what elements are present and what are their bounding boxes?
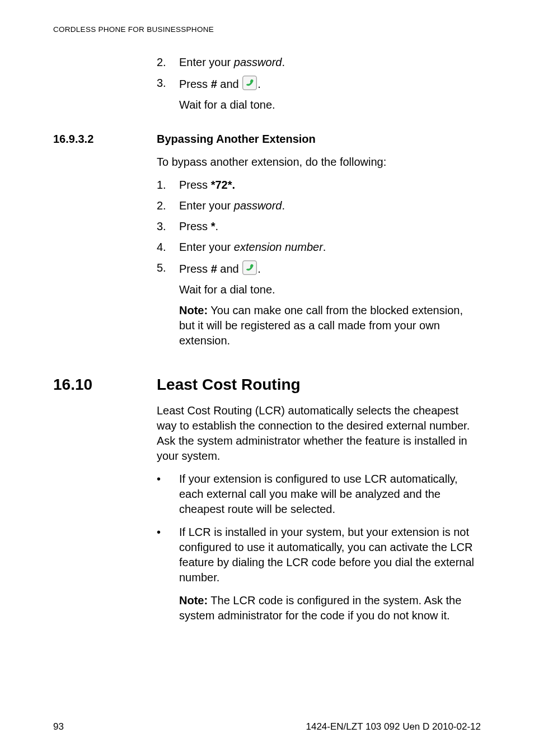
step-body: Enter your password.: [179, 198, 481, 213]
step-item: 3. Press # and . Wait for a dial tone.: [157, 76, 481, 113]
step-item: 4. Enter your extension number.: [157, 240, 481, 255]
step-number: 5.: [157, 260, 179, 276]
top-step-list: 2. Enter your password. 3. Press # and .…: [157, 55, 481, 113]
step-body: Press *.: [179, 219, 481, 234]
running-header-text: CORDLESS PHONE FOR BUSINESSPHONE: [53, 25, 214, 34]
bullet-list: • If your extension is configured to use…: [157, 472, 481, 585]
note-block: Note: You can make one call from the blo…: [179, 303, 481, 348]
section-title: Least Cost Routing: [157, 374, 481, 395]
bullet-text: If LCR is installed in your system, but …: [179, 525, 481, 585]
step-item: 5. Press # and . Wait for a dial tone.: [157, 260, 481, 297]
step-number: 4.: [157, 240, 179, 255]
list-item: • If LCR is installed in your system, bu…: [157, 525, 481, 585]
step-body: Enter your password.: [179, 55, 481, 70]
bullet-marker: •: [157, 472, 179, 517]
phone-icon: [242, 76, 257, 94]
step-number: 1.: [157, 178, 179, 193]
step-item: 2. Enter your password.: [157, 55, 481, 70]
list-item: • If your extension is configured to use…: [157, 472, 481, 517]
step-item: 1. Press *72*.: [157, 178, 481, 193]
note-label: Note:: [179, 594, 208, 606]
page-number: 93: [53, 721, 64, 734]
section-intro: Least Cost Routing (LCR) automatically s…: [157, 403, 481, 464]
note-text: The LCR code is configured in the system…: [179, 594, 461, 622]
step-number: 2.: [157, 55, 179, 70]
step-body: Press # and . Wait for a dial tone.: [179, 76, 481, 113]
step-body: Enter your extension number.: [179, 240, 481, 255]
step-number: 2.: [157, 198, 179, 213]
section-intro: To bypass another extension, do the foll…: [157, 155, 481, 170]
running-header: CORDLESS PHONE FOR BUSINESSPHONE: [53, 25, 481, 35]
step-body: Press *72*.: [179, 178, 481, 193]
note-block: Note: The LCR code is configured in the …: [179, 593, 481, 623]
step-item: 3. Press *.: [157, 219, 481, 234]
section-title: Bypassing Another Extension: [157, 132, 481, 147]
doc-id: 1424-EN/LZT 103 092 Uen D 2010-02-12: [306, 721, 481, 734]
bullet-text: If your extension is configured to use L…: [179, 472, 481, 517]
note-text: You can make one call from the blocked e…: [179, 304, 463, 347]
step-item: 2. Enter your password.: [157, 198, 481, 213]
page-footer: 93 1424-EN/LZT 103 092 Uen D 2010-02-12: [53, 721, 481, 734]
step-body: Press # and . Wait for a dial tone.: [179, 260, 481, 297]
section-number: 16.10: [53, 374, 157, 395]
step-number: 3.: [157, 219, 179, 234]
phone-icon: [242, 260, 257, 279]
step-sub: Wait for a dial tone.: [179, 282, 481, 297]
bullet-marker: •: [157, 525, 179, 585]
note-label: Note:: [179, 304, 208, 316]
bypass-step-list: 1. Press *72*. 2. Enter your password. 3…: [157, 178, 481, 297]
section-number: 16.9.3.2: [53, 132, 157, 147]
step-number: 3.: [157, 76, 179, 91]
step-sub: Wait for a dial tone.: [179, 97, 481, 113]
